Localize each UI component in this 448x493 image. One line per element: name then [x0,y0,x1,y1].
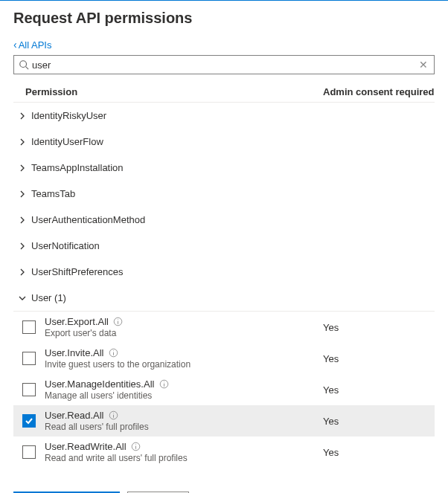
info-icon[interactable] [159,379,169,390]
permission-row: User.ReadWrite.All Read and write all us… [13,436,435,468]
permission-row: User.ManageIdentities.All Manage all use… [13,374,435,405]
permission-group[interactable]: UserShiftPreferences [13,259,435,285]
permission-name: User.Read.All [45,410,103,421]
permission-group[interactable]: UserNotification [13,233,435,259]
col-consent-header: Admin consent required [323,86,435,97]
consent-required: Yes [323,322,435,333]
group-label: IdentityUserFlow [31,136,103,147]
chevron-right-icon [18,138,27,146]
search-input[interactable] [32,56,417,74]
group-label: IdentityRiskyUser [31,110,106,121]
permission-group[interactable]: IdentityRiskyUser [13,103,435,129]
permission-checkbox[interactable] [22,383,36,396]
chevron-right-icon [18,242,27,251]
svg-point-16 [135,444,136,445]
group-label: TeamsAppInstallation [31,162,124,173]
back-link-label: All APIs [19,39,52,51]
permission-description: Read all users' full profiles [45,422,317,432]
col-permission-header: Permission [25,86,323,97]
svg-point-7 [113,350,114,351]
info-icon[interactable] [113,317,124,327]
permission-row: User.Invite.All Invite guest users to th… [13,343,435,374]
chevron-down-icon [18,294,27,303]
chevron-right-icon [18,190,27,199]
permission-description: Manage all users' identities [45,390,317,401]
permission-description: Export user's data [45,328,317,338]
info-icon[interactable] [108,348,118,358]
chevron-right-icon [18,216,27,225]
permission-group[interactable]: TeamsAppInstallation [13,155,435,181]
group-label: UserShiftPreferences [31,266,124,277]
permission-name: User.ManageIdentities.All [45,378,154,390]
group-label: TeamsTab [31,188,75,199]
permission-group[interactable]: TeamsTab [13,181,435,207]
permission-group-user[interactable]: User (1) [13,285,435,311]
permission-checkbox[interactable] [22,320,36,334]
svg-point-13 [113,413,114,413]
permission-row: User.Export.All Export user's data Yes [13,312,435,343]
permission-checkbox[interactable] [22,414,36,428]
chevron-left-icon: ‹ [13,39,17,51]
permission-description: Read and write all users' full profiles [45,453,317,463]
consent-required: Yes [323,384,435,396]
consent-required: Yes [323,447,435,458]
group-label: UserNotification [31,240,100,251]
search-icon [19,59,29,70]
svg-point-10 [164,381,164,382]
chevron-right-icon [18,164,27,173]
consent-required: Yes [323,353,435,364]
permission-checkbox[interactable] [22,352,36,365]
clear-search-icon[interactable]: ✕ [417,59,429,71]
chevron-right-icon [18,112,27,120]
permission-name: User.Export.All [45,316,109,327]
permission-group[interactable]: UserAuthenticationMethod [13,207,435,233]
page-title: Request API permissions [13,10,435,27]
permission-description: Invite guest users to the organization [45,359,317,370]
chevron-right-icon [18,268,27,277]
info-icon[interactable] [131,442,141,452]
column-headers: Permission Admin consent required [13,82,435,103]
group-label: User (1) [31,292,66,303]
permission-name: User.ReadWrite.All [45,441,127,452]
search-input-wrap: ✕ [13,55,435,74]
svg-line-1 [26,67,29,70]
group-label: UserAuthenticationMethod [31,214,145,225]
permission-name: User.Invite.All [45,347,103,358]
svg-point-0 [20,61,27,68]
all-apis-link[interactable]: ‹ All APIs [13,39,51,51]
permission-group[interactable]: IdentityUserFlow [13,129,435,155]
svg-point-4 [118,319,118,320]
info-icon[interactable] [108,410,118,421]
permission-row: User.Read.All Read all users' full profi… [13,405,435,436]
consent-required: Yes [323,416,435,427]
permission-checkbox[interactable] [22,445,36,459]
